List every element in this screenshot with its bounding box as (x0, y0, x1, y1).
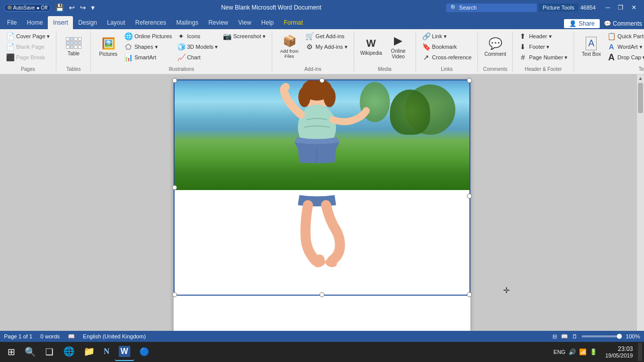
minimize-button[interactable]: ─ (602, 3, 614, 12)
scroll-thumb[interactable] (638, 83, 643, 113)
tables-group-content: Table (60, 31, 87, 65)
search-button-taskbar[interactable]: 🔍 (21, 343, 39, 361)
tab-insert[interactable]: Insert (48, 16, 73, 29)
links-group-label: Links (420, 65, 474, 72)
page-break-button[interactable]: ⬛ Page Break (4, 52, 52, 62)
undo-icon[interactable]: ↩ (67, 4, 76, 12)
text-group-label: Text (578, 65, 644, 72)
language[interactable]: English (United Kingdom) (83, 333, 146, 339)
search-icon-taskbar: 🔍 (25, 346, 36, 357)
save-icon[interactable]: 💾 (54, 4, 65, 12)
comment-icon: 💬 (489, 37, 502, 50)
get-addins-icon: 🛒 (305, 32, 313, 40)
taskview-button[interactable]: ❑ (40, 343, 58, 361)
bookmark-button[interactable]: 🔖 Bookmark (420, 42, 474, 52)
share-button[interactable]: 👤 Share (564, 19, 600, 28)
show-desktop-button[interactable] (638, 343, 642, 361)
screenshot-button[interactable]: 📷 Screenshot ▾ (221, 31, 268, 41)
document-area: ✛ ▲ (0, 74, 644, 331)
wordart-icon: A (607, 43, 615, 51)
ribbon-group-header-footer: ⬆ Header ▾ ⬇ Footer ▾ # Page Number ▾ (513, 31, 574, 72)
quick-access-toolbar: 💾 ↩ ↪ ▾ (54, 4, 96, 12)
links-col: 🔗 Link ▾ 🔖 Bookmark ↗ Cross-reference (420, 31, 474, 62)
tab-references[interactable]: References (130, 16, 171, 29)
close-button[interactable]: ✕ (628, 3, 640, 12)
system-clock[interactable]: 23:03 19/05/2019 (601, 345, 637, 358)
document-page (174, 79, 470, 331)
link-icon: 🔗 (422, 32, 430, 40)
text-box-icon: A (586, 37, 597, 50)
pictures-button[interactable]: 🖼️ Pictures (95, 31, 121, 62)
chart-button[interactable]: 📈 Chart (175, 52, 220, 62)
page-count: Page 1 of 1 (4, 333, 32, 339)
my-addins-button[interactable]: ⚙ My Add-ins ▾ (303, 42, 349, 52)
online-pictures-button[interactable]: 🌐 Online Pictures (122, 31, 174, 41)
page-number-button[interactable]: # Page Number ▾ (517, 52, 570, 62)
start-button[interactable]: ⊞ (2, 343, 20, 361)
quick-parts-button[interactable]: 📋 Quick Parts ▾ (605, 31, 644, 41)
spell-check-icon[interactable]: 📖 (68, 333, 75, 340)
tab-mailings[interactable]: Mailings (171, 16, 203, 29)
word-taskbar[interactable]: W (115, 343, 134, 361)
blank-page-button[interactable]: 📄 Blank Page (4, 42, 52, 52)
tab-home[interactable]: Home (22, 16, 48, 29)
battery-icon[interactable]: 🔋 (590, 348, 597, 355)
shapes-button[interactable]: ⬠ Shapes ▾ (122, 42, 174, 52)
network-icon[interactable]: 📶 (579, 348, 587, 355)
tab-help[interactable]: Help (256, 16, 279, 29)
tab-design[interactable]: Design (73, 16, 102, 29)
tab-format[interactable]: Format (279, 16, 308, 29)
icons-button[interactable]: ✦ Icons (175, 31, 220, 41)
svg-point-2 (298, 87, 310, 107)
ribbon-group-content: 📦 Add from Files 🛒 Get Add-ins ⚙ My Add-… (272, 31, 354, 72)
autosave-badge[interactable]: AutoSave ● Off (4, 4, 51, 12)
drop-cap-button[interactable]: A Drop Cap ▾ (605, 52, 644, 62)
layout-view-icon[interactable]: ⊟ (552, 333, 557, 340)
volume-icon[interactable]: 🔊 (569, 348, 576, 355)
tab-view[interactable]: View (233, 16, 257, 29)
header-button[interactable]: ⬆ Header ▾ (517, 31, 570, 41)
selected-image-container[interactable] (174, 79, 470, 296)
comments-button[interactable]: 💬 Comments (604, 20, 642, 27)
wikipedia-icon: W (366, 38, 376, 49)
windows-icon: ⊞ (8, 346, 15, 357)
get-addins-button[interactable]: 🛒 Get Add-ins (303, 31, 349, 41)
more-icon[interactable]: ▾ (90, 4, 96, 12)
explorer-icon: 📁 (84, 346, 95, 357)
tab-file[interactable]: File (2, 16, 22, 29)
link-button[interactable]: 🔗 Link ▾ (420, 31, 474, 41)
redo-icon[interactable]: ↪ (78, 4, 88, 12)
zoom-thumb[interactable] (617, 334, 622, 339)
comment-button[interactable]: 💬 Comment (482, 31, 508, 62)
wikipedia-button[interactable]: W Wikipedia (358, 31, 384, 62)
text-box-button[interactable]: A Text Box (578, 31, 604, 62)
title-search[interactable]: 🔍 Search (446, 4, 537, 12)
restore-button[interactable]: ❐ (615, 3, 627, 12)
print-layout-icon[interactable]: 🗒 (572, 333, 578, 339)
tab-layout[interactable]: Layout (102, 16, 130, 29)
table-button[interactable]: Table (60, 31, 87, 62)
3d-models-button[interactable]: 🧊 3D Models ▾ (175, 42, 220, 52)
clock-date: 19/05/2019 (605, 352, 633, 358)
read-mode-icon[interactable]: 📖 (561, 333, 568, 340)
online-video-button[interactable]: ▶ Online Video (385, 31, 412, 62)
zoom-slider[interactable] (582, 335, 622, 337)
explorer-taskbar[interactable]: 📁 (79, 343, 99, 361)
scroll-up-arrow[interactable]: ▲ (638, 75, 643, 81)
title-bar-left: AutoSave ● Off 💾 ↩ ↪ ▾ (4, 4, 96, 12)
edge-taskbar[interactable]: 🌐 (59, 343, 78, 361)
cursor-position-indicator: ✛ (503, 286, 510, 295)
footer-button[interactable]: ⬇ Footer ▾ (517, 42, 570, 52)
illus-col2: ✦ Icons 🧊 3D Models ▾ 📈 Chart (175, 31, 220, 62)
cross-reference-button[interactable]: ↗ Cross-reference (420, 52, 474, 62)
notepad-taskbar[interactable]: N (100, 343, 114, 361)
smartart-button[interactable]: 📊 SmartArt (122, 52, 174, 62)
tables-group-label: Tables (60, 65, 87, 72)
tab-review[interactable]: Review (203, 16, 233, 29)
vertical-scrollbar[interactable]: ▲ (637, 74, 644, 331)
add-from-files-button[interactable]: 📦 Add from Files (276, 31, 302, 62)
wordart-button[interactable]: A WordArt ▾ (605, 42, 644, 52)
autosave-dot (8, 6, 12, 10)
cover-page-button[interactable]: 📄 Cover Page ▾ (4, 31, 52, 41)
chrome-taskbar[interactable]: 🔵 (135, 343, 153, 361)
